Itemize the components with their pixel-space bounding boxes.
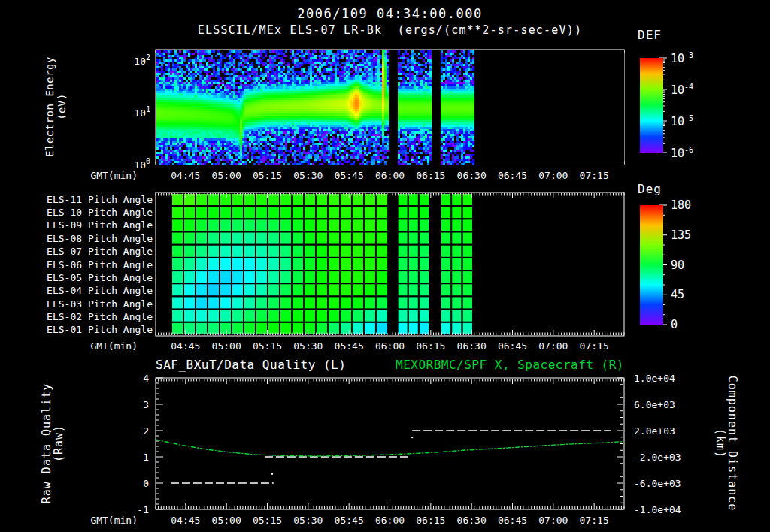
colorbar-def-title: DEF: [638, 28, 662, 42]
colorbar-deg-gradient: [640, 205, 663, 325]
energy-axis-label: Electron Energy (eV): [44, 50, 68, 163]
time-tick-label-axis1: 06:30: [457, 170, 487, 181]
time-tick-label-axis1: 04:45: [171, 170, 200, 181]
time-tick-label-axis1: 07:15: [580, 170, 609, 181]
pitch-row-label: ELS-09 Pitch Angle: [28, 219, 153, 231]
time-tick-label-axis3: 06:15: [416, 515, 445, 526]
def-colorbar-tick-label: 10-6: [671, 146, 693, 160]
time-tick-label-axis2: 06:15: [416, 340, 445, 352]
deg-colorbar-tick-label: 90: [671, 258, 684, 272]
orbit-series-title: MEXORBMC/SPF X, Spacecraft (R): [156, 358, 624, 372]
quality-axis-label: Raw Data Quality (Raw): [41, 379, 65, 507]
time-tick-label-axis2: 05:00: [212, 340, 241, 352]
deg-colorbar-tick-label: 45: [671, 288, 684, 301]
time-tick-label-axis1: 07:00: [538, 170, 568, 181]
distance-axis-label-line2: (km): [714, 372, 726, 515]
quality-ticks: [156, 378, 623, 509]
quality-tick-label: 2: [119, 425, 149, 437]
gmt-axis-caption-2: GMT(min): [61, 340, 138, 352]
time-tick-label-axis3: 05:00: [212, 515, 241, 526]
pitch-row-label: ELS-01 Pitch Angle: [28, 324, 153, 335]
time-tick-label-axis2: 06:30: [457, 340, 487, 352]
time-tick-label-axis2: 05:45: [335, 340, 364, 352]
energy-axis-label-line2: (eV): [56, 50, 68, 163]
time-tick-label-axis3: 05:15: [253, 515, 282, 526]
quality-tick-label: 1: [119, 452, 149, 463]
colorbar-def-gradient: [640, 58, 663, 153]
energy-tick-label: 102: [111, 53, 150, 66]
energy-tick-label: 101: [111, 105, 150, 118]
pitch-angle-cells: [171, 193, 473, 335]
page-title-instrument: ELSSCIL/MEx ELS-07 LR-Bk (ergs/(cm**2-sr…: [156, 23, 624, 37]
time-tick-label-axis3: 05:45: [335, 515, 364, 526]
time-tick-label-axis3: 06:00: [375, 515, 405, 526]
time-tick-label-axis3: 07:00: [538, 515, 568, 526]
time-tick-label-axis2: 04:45: [171, 340, 200, 352]
pitch-row-label: ELS-06 Pitch Angle: [28, 258, 153, 270]
gmt-axis-caption-3: GMT(min): [61, 515, 138, 526]
time-tick-label-axis1: 05:45: [335, 170, 364, 181]
pitch-row-label: ELS-10 Pitch Angle: [28, 207, 153, 218]
orbit-x-curve: [156, 440, 624, 456]
pitch-row-label: ELS-07 Pitch Angle: [28, 246, 153, 257]
time-tick-label-axis1: 06:00: [375, 170, 405, 181]
energy-tick-label: 100: [111, 157, 150, 170]
time-tick-label-axis3: 04:45: [171, 515, 200, 526]
time-tick-label-axis2: 05:15: [253, 340, 282, 352]
time-tick-label-axis3: 06:45: [498, 515, 527, 526]
plot-screen: 2006/109 04:34:00.000 ELSSCIL/MEx ELS-07…: [0, 0, 770, 532]
pitch-row-label: ELS-03 Pitch Angle: [28, 298, 153, 309]
time-tick-label-axis2: 07:15: [580, 340, 609, 352]
time-tick-label-axis1: 05:00: [212, 170, 241, 181]
quality-tick-label: 4: [119, 373, 149, 384]
time-tick-label-axis2: 05:30: [293, 340, 323, 352]
time-tick-label-axis1: 05:15: [253, 170, 282, 181]
time-tick-label-axis2: 06:00: [375, 340, 405, 352]
distance-tick-label: -1.0e+04: [634, 504, 688, 515]
pitch-row-label: ELS-11 Pitch Angle: [28, 193, 153, 204]
page-title-timestamp: 2006/109 04:34:00.000: [156, 6, 624, 21]
time-tick-label-axis3: 06:30: [457, 515, 487, 526]
electron-energy-spectrogram-canvas: [156, 50, 624, 165]
quality-axis-label-line2: (Raw): [53, 379, 65, 507]
distance-tick-label: -6.0e+03: [634, 478, 688, 489]
pitch-row-label: ELS-05 Pitch Angle: [28, 271, 153, 283]
distance-axis-label-line1: Component Distance: [726, 372, 738, 515]
quality-axis-label-line1: Raw Data Quality: [41, 379, 53, 507]
quality-tick-label: -1: [119, 504, 149, 515]
def-colorbar-tick-label: 10-5: [671, 114, 693, 128]
distance-tick-label: 2.0e+03: [634, 425, 688, 437]
colorbar-deg-title: Deg: [638, 182, 662, 196]
time-tick-label-axis2: 06:45: [498, 340, 527, 352]
deg-colorbar-tick-label: 180: [671, 198, 691, 212]
pitch-row-label: ELS-04 Pitch Angle: [28, 285, 153, 296]
distance-tick-label: 6.0e+03: [634, 399, 688, 410]
energy-axis-label-line1: Electron Energy: [44, 50, 56, 163]
time-tick-label-axis3: 07:15: [580, 515, 609, 526]
distance-tick-label: 1.0e+04: [634, 373, 688, 384]
deg-colorbar-tick-label: 0: [671, 318, 678, 331]
time-tick-label-axis1: 05:30: [293, 170, 323, 181]
deg-colorbar-tick-label: 135: [671, 228, 691, 242]
distance-axis-label: Component Distance (km): [714, 372, 738, 515]
gmt-axis-caption-1: GMT(min): [61, 170, 138, 181]
quality-tick-label: 0: [119, 478, 149, 489]
quality-tick-label: 3: [119, 399, 149, 410]
pitch-row-label: ELS-08 Pitch Angle: [28, 232, 153, 243]
def-colorbar-tick-label: 10-4: [671, 83, 693, 97]
time-tick-label-axis2: 07:00: [538, 340, 568, 352]
time-tick-label-axis3: 05:30: [293, 515, 323, 526]
data-series: [156, 431, 624, 483]
distance-tick-label: -2.0e+03: [634, 452, 688, 463]
time-tick-label-axis1: 06:15: [416, 170, 445, 181]
time-tick-label-axis1: 06:45: [498, 170, 527, 181]
def-colorbar-tick-label: 10-3: [671, 51, 693, 65]
pitch-row-label: ELS-02 Pitch Angle: [28, 310, 153, 322]
